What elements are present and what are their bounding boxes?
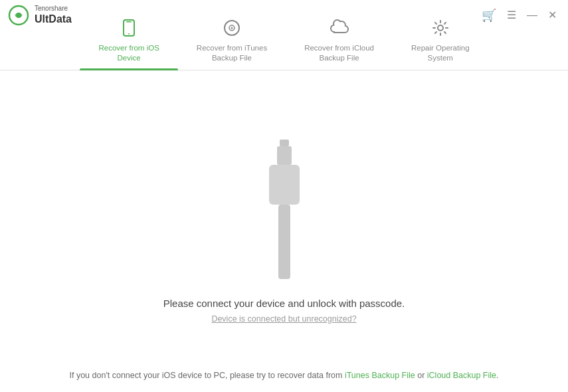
cloud-icon bbox=[330, 19, 349, 41]
tab-ios-device-label: Recover from iOSDevice bbox=[98, 43, 159, 63]
itunes-backup-link[interactable]: iTunes Backup File bbox=[345, 371, 415, 380]
tab-itunes-label: Recover from iTunesBackup File bbox=[197, 43, 267, 63]
tab-repair-os[interactable]: Repair OperatingSystem bbox=[393, 25, 488, 70]
menu-button[interactable]: ☰ bbox=[504, 9, 520, 22]
bottom-text-prefix: If you don't connect your iOS device to … bbox=[69, 371, 344, 380]
brand-bottom: UltData bbox=[35, 13, 72, 25]
unrecognized-link[interactable]: Device is connected but unrecognized? bbox=[211, 314, 356, 324]
music-icon bbox=[223, 19, 240, 41]
svg-rect-10 bbox=[277, 146, 292, 165]
svg-point-8 bbox=[438, 25, 443, 31]
svg-rect-9 bbox=[280, 140, 289, 146]
tab-itunes-backup[interactable]: Recover from iTunesBackup File bbox=[178, 25, 286, 70]
svg-rect-12 bbox=[278, 205, 290, 279]
tab-icloud-backup[interactable]: Recover from iCloudBackup File bbox=[286, 25, 393, 70]
title-bar: Tenorshare UltData 🛒 ☰ — ✕ bbox=[0, 0, 568, 25]
svg-point-7 bbox=[231, 27, 233, 29]
svg-rect-3 bbox=[126, 21, 132, 23]
gear-icon bbox=[432, 19, 449, 41]
tab-repair-os-label: Repair OperatingSystem bbox=[411, 43, 470, 63]
svg-rect-11 bbox=[269, 165, 300, 205]
phone-icon bbox=[120, 19, 138, 41]
bottom-text-mid: or bbox=[415, 371, 427, 380]
bottom-info: If you don't connect your iOS device to … bbox=[0, 371, 568, 380]
tab-ios-device[interactable]: Recover from iOSDevice bbox=[80, 25, 177, 70]
minimize-button[interactable]: — bbox=[523, 9, 541, 22]
window-controls: 🛒 ☰ — ✕ bbox=[478, 8, 560, 23]
logo-area: Tenorshare UltData bbox=[8, 5, 72, 26]
cart-button[interactable]: 🛒 bbox=[478, 8, 500, 23]
tab-icloud-label: Recover from iCloudBackup File bbox=[304, 43, 374, 63]
svg-point-1 bbox=[16, 13, 21, 18]
icloud-backup-link[interactable]: iCloud Backup File bbox=[427, 371, 496, 380]
logo-text: Tenorshare UltData bbox=[35, 5, 72, 25]
brand-top: Tenorshare bbox=[35, 5, 72, 13]
connect-message: Please connect your device and unlock wi… bbox=[163, 298, 405, 309]
bottom-text-suffix: . bbox=[496, 371, 498, 380]
main-content: Please connect your device and unlock wi… bbox=[0, 70, 568, 392]
app-logo-icon bbox=[8, 5, 29, 26]
close-button[interactable]: ✕ bbox=[545, 9, 560, 22]
cable-illustration bbox=[254, 140, 314, 282]
svg-point-4 bbox=[128, 33, 130, 35]
nav-tabs: Recover from iOSDevice Recover from iTun… bbox=[0, 25, 568, 70]
